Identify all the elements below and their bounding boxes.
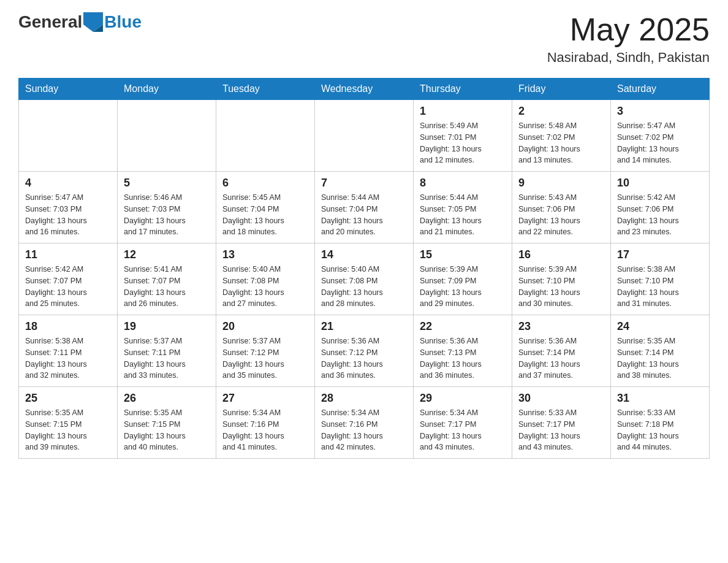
day-info: Sunrise: 5:35 AM Sunset: 7:15 PM Dayligh… bbox=[25, 407, 111, 453]
calendar-cell: 9Sunrise: 5:43 AM Sunset: 7:06 PM Daylig… bbox=[512, 172, 611, 243]
calendar-subtitle: Nasirabad, Sindh, Pakistan bbox=[547, 50, 710, 66]
header-sunday: Sunday bbox=[19, 79, 118, 100]
calendar-cell bbox=[216, 100, 315, 172]
calendar-cell: 10Sunrise: 5:42 AM Sunset: 7:06 PM Dayli… bbox=[611, 172, 710, 243]
day-info: Sunrise: 5:47 AM Sunset: 7:02 PM Dayligh… bbox=[617, 120, 703, 166]
logo-icon bbox=[83, 12, 103, 32]
day-info: Sunrise: 5:36 AM Sunset: 7:14 PM Dayligh… bbox=[518, 335, 604, 381]
header-row: SundayMondayTuesdayWednesdayThursdayFrid… bbox=[19, 79, 710, 100]
calendar-cell: 21Sunrise: 5:36 AM Sunset: 7:12 PM Dayli… bbox=[315, 315, 414, 387]
calendar-cell: 22Sunrise: 5:36 AM Sunset: 7:13 PM Dayli… bbox=[414, 315, 512, 387]
day-info: Sunrise: 5:49 AM Sunset: 7:01 PM Dayligh… bbox=[420, 120, 506, 166]
week-row-1: 1Sunrise: 5:49 AM Sunset: 7:01 PM Daylig… bbox=[19, 100, 710, 172]
calendar-cell bbox=[19, 100, 118, 172]
day-info: Sunrise: 5:44 AM Sunset: 7:05 PM Dayligh… bbox=[420, 192, 506, 238]
calendar-cell: 28Sunrise: 5:34 AM Sunset: 7:16 PM Dayli… bbox=[315, 387, 414, 459]
calendar-cell: 24Sunrise: 5:35 AM Sunset: 7:14 PM Dayli… bbox=[611, 315, 710, 387]
day-info: Sunrise: 5:36 AM Sunset: 7:12 PM Dayligh… bbox=[321, 335, 407, 381]
day-info: Sunrise: 5:39 AM Sunset: 7:09 PM Dayligh… bbox=[420, 264, 506, 310]
day-number: 3 bbox=[617, 105, 703, 118]
calendar-cell: 8Sunrise: 5:44 AM Sunset: 7:05 PM Daylig… bbox=[414, 172, 512, 243]
calendar-cell: 17Sunrise: 5:38 AM Sunset: 7:10 PM Dayli… bbox=[611, 243, 710, 315]
calendar-cell: 29Sunrise: 5:34 AM Sunset: 7:17 PM Dayli… bbox=[414, 387, 512, 459]
day-number: 27 bbox=[222, 392, 308, 405]
day-number: 26 bbox=[124, 392, 210, 405]
day-number: 24 bbox=[617, 320, 703, 333]
day-info: Sunrise: 5:47 AM Sunset: 7:03 PM Dayligh… bbox=[25, 192, 111, 238]
week-row-4: 18Sunrise: 5:38 AM Sunset: 7:11 PM Dayli… bbox=[19, 315, 710, 387]
day-info: Sunrise: 5:35 AM Sunset: 7:15 PM Dayligh… bbox=[124, 407, 210, 453]
week-row-5: 25Sunrise: 5:35 AM Sunset: 7:15 PM Dayli… bbox=[19, 387, 710, 459]
day-number: 16 bbox=[518, 248, 604, 261]
day-number: 9 bbox=[518, 177, 604, 190]
day-info: Sunrise: 5:33 AM Sunset: 7:17 PM Dayligh… bbox=[518, 407, 604, 453]
day-number: 11 bbox=[25, 248, 111, 261]
calendar-cell: 2Sunrise: 5:48 AM Sunset: 7:02 PM Daylig… bbox=[512, 100, 611, 172]
week-row-2: 4Sunrise: 5:47 AM Sunset: 7:03 PM Daylig… bbox=[19, 172, 710, 243]
header-saturday: Saturday bbox=[611, 79, 710, 100]
page-header: General Blue May 2025 Nasirabad, Sindh, … bbox=[18, 12, 710, 66]
calendar-cell: 11Sunrise: 5:42 AM Sunset: 7:07 PM Dayli… bbox=[19, 243, 118, 315]
header-wednesday: Wednesday bbox=[315, 79, 414, 100]
day-number: 18 bbox=[25, 320, 111, 333]
day-number: 28 bbox=[321, 392, 407, 405]
day-info: Sunrise: 5:46 AM Sunset: 7:03 PM Dayligh… bbox=[124, 192, 210, 238]
calendar-cell: 23Sunrise: 5:36 AM Sunset: 7:14 PM Dayli… bbox=[512, 315, 611, 387]
calendar-cell: 1Sunrise: 5:49 AM Sunset: 7:01 PM Daylig… bbox=[414, 100, 512, 172]
calendar-cell: 20Sunrise: 5:37 AM Sunset: 7:12 PM Dayli… bbox=[216, 315, 315, 387]
calendar-cell bbox=[118, 100, 216, 172]
calendar-cell: 14Sunrise: 5:40 AM Sunset: 7:08 PM Dayli… bbox=[315, 243, 414, 315]
header-friday: Friday bbox=[512, 79, 611, 100]
day-number: 8 bbox=[420, 177, 506, 190]
day-number: 15 bbox=[420, 248, 506, 261]
calendar-title: May 2025 bbox=[547, 12, 710, 47]
header-monday: Monday bbox=[118, 79, 216, 100]
day-info: Sunrise: 5:42 AM Sunset: 7:07 PM Dayligh… bbox=[25, 264, 111, 310]
day-number: 31 bbox=[617, 392, 703, 405]
day-number: 5 bbox=[124, 177, 210, 190]
day-number: 20 bbox=[222, 320, 308, 333]
calendar-cell: 31Sunrise: 5:33 AM Sunset: 7:18 PM Dayli… bbox=[611, 387, 710, 459]
day-number: 7 bbox=[321, 177, 407, 190]
day-info: Sunrise: 5:34 AM Sunset: 7:16 PM Dayligh… bbox=[222, 407, 308, 453]
logo-blue-text: Blue bbox=[104, 12, 142, 32]
day-info: Sunrise: 5:42 AM Sunset: 7:06 PM Dayligh… bbox=[617, 192, 703, 238]
day-info: Sunrise: 5:40 AM Sunset: 7:08 PM Dayligh… bbox=[222, 264, 308, 310]
day-number: 13 bbox=[222, 248, 308, 261]
day-info: Sunrise: 5:38 AM Sunset: 7:10 PM Dayligh… bbox=[617, 264, 703, 310]
calendar-cell: 26Sunrise: 5:35 AM Sunset: 7:15 PM Dayli… bbox=[118, 387, 216, 459]
day-number: 29 bbox=[420, 392, 506, 405]
calendar-cell: 15Sunrise: 5:39 AM Sunset: 7:09 PM Dayli… bbox=[414, 243, 512, 315]
day-number: 23 bbox=[518, 320, 604, 333]
day-info: Sunrise: 5:37 AM Sunset: 7:11 PM Dayligh… bbox=[124, 335, 210, 381]
calendar-cell: 18Sunrise: 5:38 AM Sunset: 7:11 PM Dayli… bbox=[19, 315, 118, 387]
day-info: Sunrise: 5:34 AM Sunset: 7:17 PM Dayligh… bbox=[420, 407, 506, 453]
day-info: Sunrise: 5:41 AM Sunset: 7:07 PM Dayligh… bbox=[124, 264, 210, 310]
calendar-cell: 13Sunrise: 5:40 AM Sunset: 7:08 PM Dayli… bbox=[216, 243, 315, 315]
day-info: Sunrise: 5:44 AM Sunset: 7:04 PM Dayligh… bbox=[321, 192, 407, 238]
day-number: 1 bbox=[420, 105, 506, 118]
calendar-cell: 4Sunrise: 5:47 AM Sunset: 7:03 PM Daylig… bbox=[19, 172, 118, 243]
day-number: 12 bbox=[124, 248, 210, 261]
day-info: Sunrise: 5:37 AM Sunset: 7:12 PM Dayligh… bbox=[222, 335, 308, 381]
calendar-cell: 16Sunrise: 5:39 AM Sunset: 7:10 PM Dayli… bbox=[512, 243, 611, 315]
day-info: Sunrise: 5:39 AM Sunset: 7:10 PM Dayligh… bbox=[518, 264, 604, 310]
title-block: May 2025 Nasirabad, Sindh, Pakistan bbox=[547, 12, 710, 66]
day-number: 25 bbox=[25, 392, 111, 405]
day-number: 22 bbox=[420, 320, 506, 333]
calendar-cell: 19Sunrise: 5:37 AM Sunset: 7:11 PM Dayli… bbox=[118, 315, 216, 387]
calendar-cell: 12Sunrise: 5:41 AM Sunset: 7:07 PM Dayli… bbox=[118, 243, 216, 315]
day-info: Sunrise: 5:34 AM Sunset: 7:16 PM Dayligh… bbox=[321, 407, 407, 453]
calendar-table: SundayMondayTuesdayWednesdayThursdayFrid… bbox=[18, 78, 710, 459]
day-number: 21 bbox=[321, 320, 407, 333]
day-info: Sunrise: 5:35 AM Sunset: 7:14 PM Dayligh… bbox=[617, 335, 703, 381]
calendar-cell: 6Sunrise: 5:45 AM Sunset: 7:04 PM Daylig… bbox=[216, 172, 315, 243]
day-number: 4 bbox=[25, 177, 111, 190]
day-info: Sunrise: 5:43 AM Sunset: 7:06 PM Dayligh… bbox=[518, 192, 604, 238]
day-info: Sunrise: 5:33 AM Sunset: 7:18 PM Dayligh… bbox=[617, 407, 703, 453]
day-number: 30 bbox=[518, 392, 604, 405]
day-info: Sunrise: 5:45 AM Sunset: 7:04 PM Dayligh… bbox=[222, 192, 308, 238]
calendar-cell: 3Sunrise: 5:47 AM Sunset: 7:02 PM Daylig… bbox=[611, 100, 710, 172]
week-row-3: 11Sunrise: 5:42 AM Sunset: 7:07 PM Dayli… bbox=[19, 243, 710, 315]
calendar-cell: 25Sunrise: 5:35 AM Sunset: 7:15 PM Dayli… bbox=[19, 387, 118, 459]
